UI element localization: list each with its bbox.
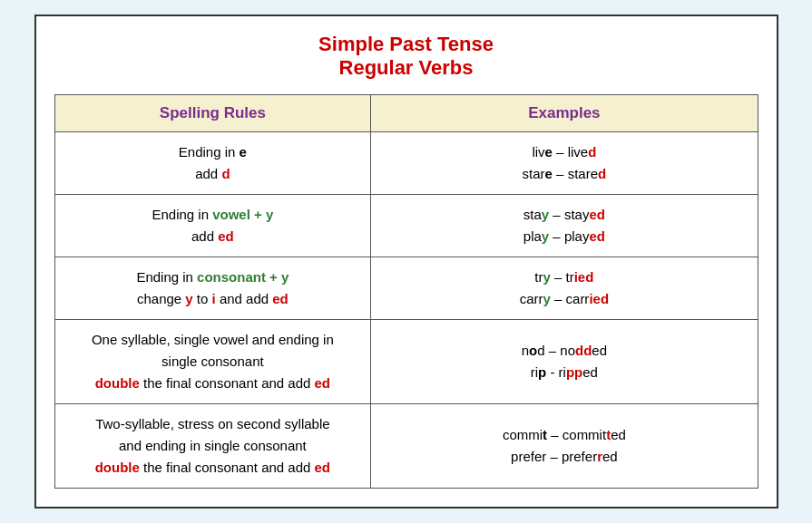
table-row: One syllable, single vowel and ending in… [54, 320, 758, 404]
rules-table: Spelling Rules Examples Ending in e add … [54, 94, 758, 489]
title-line2: Regular Verbs [54, 56, 758, 80]
rule-double-consonant: One syllable, single vowel and ending in… [54, 320, 371, 404]
table-row: Two-syllable, stress on second syllable … [54, 404, 758, 489]
rule-vowel-y: Ending in vowel + y add ed [54, 195, 371, 257]
header-examples: Examples [371, 95, 758, 132]
example-vowel-y: stay – stayed play – played [371, 195, 758, 257]
example-double-consonant: nod – nodded rip - ripped [371, 320, 758, 404]
rule-two-syllable: Two-syllable, stress on second syllable … [54, 404, 371, 489]
example-two-syllable: commit – committed prefer – preferred [371, 404, 758, 489]
table-row: Ending in e add d live – lived stare – s… [54, 132, 758, 195]
table-row: Ending in vowel + y add ed stay – stayed… [54, 195, 758, 257]
rule-ending-e: Ending in e add d [54, 132, 371, 195]
rule-consonant-y: Ending in consonant + y change y to i an… [54, 257, 371, 320]
example-consonant-y: try – tried carry – carried [371, 257, 758, 320]
title-line1: Simple Past Tense [54, 33, 758, 56]
header-spelling: Spelling Rules [54, 95, 371, 132]
title-block: Simple Past Tense Regular Verbs [54, 33, 758, 80]
table-row: Ending in consonant + y change y to i an… [54, 257, 758, 320]
example-ending-e: live – lived stare – stared [371, 132, 758, 195]
main-container: Simple Past Tense Regular Verbs Spelling… [34, 15, 778, 508]
